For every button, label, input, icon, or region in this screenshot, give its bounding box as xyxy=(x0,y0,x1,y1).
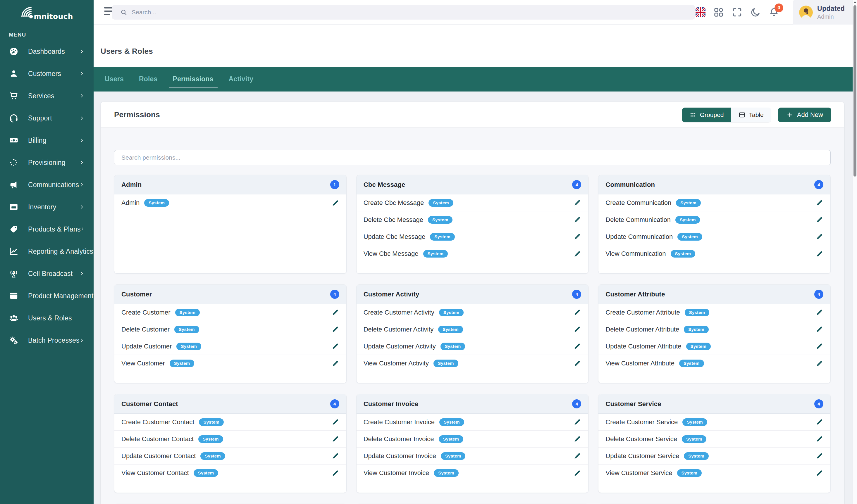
system-badge: System xyxy=(671,250,695,258)
permission-row: View Customer InvoiceSystem xyxy=(356,465,588,482)
edit-pencil-icon[interactable] xyxy=(331,360,339,367)
sidebar-item-product-management[interactable]: Product Management xyxy=(0,285,94,307)
edit-pencil-icon[interactable] xyxy=(331,469,339,477)
sidebar-item-billing[interactable]: Billing xyxy=(0,129,94,152)
edit-pencil-icon[interactable] xyxy=(331,418,339,426)
edit-pencil-icon[interactable] xyxy=(573,418,581,426)
sidebar-item-batch-processes[interactable]: Batch Processes xyxy=(0,329,94,351)
sidebar-item-label: Users & Roles xyxy=(28,314,84,322)
permission-row: Delete Cbc MessageSystem xyxy=(356,211,588,228)
fullscreen-icon[interactable] xyxy=(732,7,742,18)
edit-pencil-icon[interactable] xyxy=(331,435,339,443)
sidebar-item-services[interactable]: Services xyxy=(0,85,94,107)
sidebar-item-provisioning[interactable]: Provisioning xyxy=(0,152,94,174)
archive-icon xyxy=(9,202,19,212)
permission-name: Delete Customer Contact xyxy=(121,435,194,443)
user-name: Updated xyxy=(817,5,845,13)
sidebar-item-products-plans[interactable]: Products & Plans xyxy=(0,218,94,240)
permission-row: Create Customer AttributeSystem xyxy=(599,304,830,321)
edit-pencil-icon[interactable] xyxy=(573,469,581,477)
permission-group-card: Admin1AdminSystem xyxy=(114,175,347,274)
edit-pencil-icon[interactable] xyxy=(573,233,581,241)
edit-pencil-icon[interactable] xyxy=(816,250,823,258)
edit-pencil-icon[interactable] xyxy=(816,325,823,333)
permission-row: View Customer AttributeSystem xyxy=(599,355,830,372)
edit-pencil-icon[interactable] xyxy=(816,435,823,443)
sidebar-item-users-roles[interactable]: Users & Roles xyxy=(0,307,94,329)
edit-pencil-icon[interactable] xyxy=(573,360,581,367)
edit-pencil-icon[interactable] xyxy=(816,216,823,224)
users-icon xyxy=(9,313,19,323)
notifications-bell-icon[interactable]: 0 xyxy=(769,7,779,18)
group-card-header: Customer4 xyxy=(114,285,346,304)
permission-groups-grid: Admin1AdminSystemCbc Message4Create Cbc … xyxy=(114,175,831,504)
sidebar-item-communications[interactable]: Communications xyxy=(0,174,94,196)
tab-activity[interactable]: Activity xyxy=(225,75,258,88)
scrollbar-up-arrow[interactable] xyxy=(854,1,856,3)
grouped-view-button[interactable]: Grouped xyxy=(682,108,731,122)
group-card-header: Customer Invoice4 xyxy=(356,394,588,414)
permission-name: Delete Customer xyxy=(121,326,170,333)
edit-pencil-icon[interactable] xyxy=(573,435,581,443)
edit-pencil-icon[interactable] xyxy=(331,342,339,350)
sidebar-item-inventory[interactable]: Inventory xyxy=(0,196,94,218)
global-search xyxy=(112,5,695,20)
permission-rows: Create Customer ContactSystemDelete Cust… xyxy=(114,414,346,492)
tab-users[interactable]: Users xyxy=(101,75,128,88)
sidebar-item-reporting-analytics[interactable]: Reporting & Analytics xyxy=(0,240,94,262)
edit-pencil-icon[interactable] xyxy=(331,452,339,460)
edit-pencil-icon[interactable] xyxy=(816,469,823,477)
edit-pencil-icon[interactable] xyxy=(331,199,339,207)
sidebar-item-dashboards[interactable]: Dashboards xyxy=(0,40,94,63)
permission-name: Update Cbc Message xyxy=(364,233,425,241)
apps-grid-icon[interactable] xyxy=(713,7,724,18)
edit-pencil-icon[interactable] xyxy=(331,325,339,333)
edit-pencil-icon[interactable] xyxy=(816,360,823,367)
edit-pencil-icon[interactable] xyxy=(816,452,823,460)
main-content: Permissions Grouped Table xyxy=(94,91,857,504)
permission-name: Update Customer Service xyxy=(605,452,679,460)
edit-pencil-icon[interactable] xyxy=(573,325,581,333)
sidebar-item-cell-broadcast[interactable]: ACell Broadcast xyxy=(0,262,94,285)
permissions-search-input[interactable] xyxy=(114,150,831,165)
sidebar-item-customers[interactable]: Customers xyxy=(0,63,94,85)
permission-row: Delete Customer ContactSystem xyxy=(114,431,346,448)
table-view-button[interactable]: Table xyxy=(731,108,771,122)
system-badge: System xyxy=(170,360,195,367)
edit-pencil-icon[interactable] xyxy=(573,309,581,316)
sidebar-item-support[interactable]: Support xyxy=(0,107,94,129)
system-badge: System xyxy=(428,199,453,207)
edit-pencil-icon[interactable] xyxy=(573,452,581,460)
edit-pencil-icon[interactable] xyxy=(331,309,339,316)
tab-permissions[interactable]: Permissions xyxy=(169,75,218,88)
edit-pencil-icon[interactable] xyxy=(816,309,823,316)
group-count-badge: 4 xyxy=(572,399,581,409)
permission-row: View Customer ContactSystem xyxy=(114,465,346,482)
edit-pencil-icon[interactable] xyxy=(573,199,581,207)
chevron-right-icon xyxy=(80,205,84,209)
group-count-badge: 4 xyxy=(814,180,823,189)
edit-pencil-icon[interactable] xyxy=(816,342,823,350)
permissions-panel: Permissions Grouped Table xyxy=(101,102,844,504)
dark-mode-moon-icon[interactable] xyxy=(750,7,761,18)
brand-logo[interactable]: mnitouch xyxy=(0,0,94,26)
edit-pencil-icon[interactable] xyxy=(573,216,581,224)
page-scrollbar[interactable] xyxy=(853,0,857,504)
edit-pencil-icon[interactable] xyxy=(816,233,823,241)
edit-pencil-icon[interactable] xyxy=(573,342,581,350)
add-new-button[interactable]: Add New xyxy=(778,108,831,122)
scrollbar-thumb[interactable] xyxy=(854,5,856,177)
permission-rows: Create CommunicationSystemDelete Communi… xyxy=(599,194,830,273)
group-count-badge: 4 xyxy=(814,399,823,409)
tab-roles[interactable]: Roles xyxy=(135,75,162,88)
language-flag-icon[interactable] xyxy=(695,7,705,17)
user-menu[interactable]: Updated Admin xyxy=(793,0,853,24)
sidebar-item-label: Batch Processes xyxy=(28,336,80,344)
edit-pencil-icon[interactable] xyxy=(573,250,581,258)
chart-icon xyxy=(9,246,19,256)
search-input[interactable] xyxy=(132,9,689,16)
permission-row: Create Customer ActivitySystem xyxy=(356,304,588,321)
edit-pencil-icon[interactable] xyxy=(816,418,823,426)
permission-name: Delete Communication xyxy=(605,216,671,224)
edit-pencil-icon[interactable] xyxy=(816,199,823,207)
